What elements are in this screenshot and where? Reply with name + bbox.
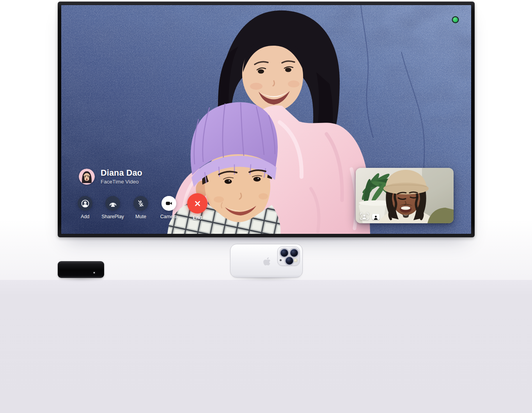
television: Diana Dao FaceTime Video Add [58,2,475,237]
pip-status-icons [360,213,379,220]
mic-slash-icon [137,199,145,208]
shareplay-icon [108,199,117,208]
add-person-icon [81,199,90,208]
apple-tv-status-led [94,272,95,273]
caller-info: Diana Dao FaceTime Video [79,169,142,185]
control-end: End [180,193,215,221]
center-stage-icon[interactable] [360,213,369,220]
add-button[interactable] [78,196,92,211]
camera-mic-dot [280,259,282,261]
mute-button[interactable] [133,196,148,211]
camera-lens [290,249,298,257]
local-video-pip[interactable] [356,168,454,223]
caller-memoji-avatar [79,169,95,185]
caller-service-label: FaceTime Video [101,179,142,185]
shareplay-button-label: SharePlay [101,214,124,219]
iphone-camera-module [277,246,300,266]
end-button-label: End [193,215,202,221]
camera-lens [286,257,293,265]
camera-active-indicator [453,17,458,22]
camera-flash [294,259,297,262]
camera-lens [280,249,288,257]
video-camera-icon [165,199,173,208]
camera-button-label: Camera [160,214,177,219]
apple-tv-box [58,261,104,278]
end-call-button[interactable] [187,193,207,214]
iphone [230,244,303,278]
add-button-label: Add [81,214,89,219]
mute-button-label: Mute [135,214,146,219]
shareplay-button[interactable] [105,196,120,211]
tv-screen: Diana Dao FaceTime Video Add [61,5,471,234]
scene: Diana Dao FaceTime Video Add [0,0,532,413]
caller-name: Diana Dao [101,169,142,178]
apple-logo-icon [263,256,271,266]
portrait-mode-icon[interactable] [372,214,379,220]
credenza-front [0,280,532,413]
camera-button[interactable] [161,196,176,211]
close-icon [193,199,202,208]
